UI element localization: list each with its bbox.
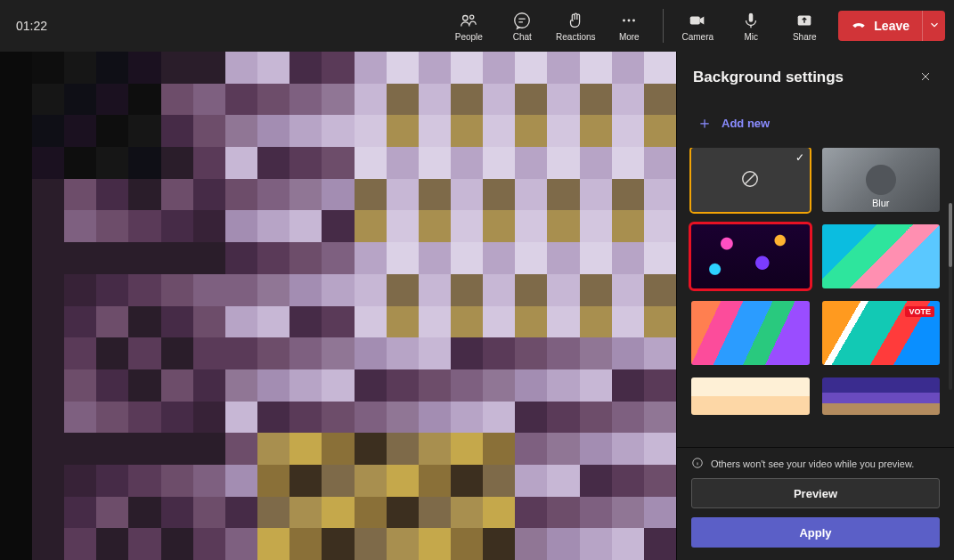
svg-rect-9 <box>749 12 754 21</box>
svg-rect-8 <box>690 16 700 24</box>
reactions-button[interactable]: Reactions <box>550 4 600 48</box>
add-new-button[interactable]: ＋ Add new <box>677 103 954 148</box>
share-button[interactable]: Share <box>779 4 829 48</box>
none-icon <box>740 169 760 191</box>
camera-button[interactable]: Camera <box>673 4 722 48</box>
bg-option-image-6[interactable] <box>822 377 941 415</box>
mic-button[interactable]: Mic <box>726 4 776 48</box>
svg-point-6 <box>628 19 631 21</box>
plus-icon: ＋ <box>697 112 713 134</box>
background-settings-panel: Background settings ＋ Add new <box>676 52 954 560</box>
close-icon <box>918 69 933 86</box>
bg-option-blur[interactable]: Blur <box>822 148 941 212</box>
toolbar-divider <box>663 9 664 43</box>
svg-point-5 <box>623 19 625 21</box>
mic-icon <box>741 11 761 30</box>
chat-icon <box>512 11 532 30</box>
svg-point-0 <box>463 15 469 20</box>
close-panel-button[interactable] <box>913 65 938 90</box>
bg-option-image-4[interactable]: VOTE <box>822 301 941 365</box>
hand-icon <box>566 11 585 30</box>
preview-button[interactable]: Preview <box>691 478 940 508</box>
svg-point-7 <box>632 19 635 21</box>
leave-button[interactable]: Leave <box>838 11 922 41</box>
check-icon: ✓ <box>795 151 804 164</box>
camera-icon <box>688 11 707 30</box>
more-button[interactable]: More <box>604 4 654 48</box>
chat-button[interactable]: Chat <box>497 4 547 48</box>
chevron-down-icon <box>928 19 941 34</box>
video-pixelated-mosaic <box>32 52 676 560</box>
info-icon <box>691 457 704 471</box>
bg-option-none[interactable]: ✓ <box>691 148 810 212</box>
svg-point-2 <box>515 12 530 28</box>
meeting-timer: 01:22 <box>9 19 54 33</box>
bg-option-image-1[interactable] <box>691 224 810 288</box>
svg-line-13 <box>746 174 755 183</box>
meeting-toolbar: 01:22 People Chat Reactions More <box>0 0 954 52</box>
people-icon <box>459 11 478 30</box>
ellipsis-icon <box>619 11 639 30</box>
svg-point-1 <box>470 15 474 19</box>
people-button[interactable]: People <box>444 4 493 48</box>
leave-menu-caret[interactable] <box>922 11 945 41</box>
share-icon <box>795 11 814 30</box>
panel-scrollbar-thumb[interactable] <box>949 203 952 267</box>
avatar-icon <box>866 165 896 195</box>
bg-option-image-3[interactable] <box>691 301 810 365</box>
bg-option-image-5[interactable] <box>691 377 810 415</box>
bg-option-image-2[interactable] <box>822 224 941 288</box>
panel-title: Background settings <box>693 69 844 86</box>
hangup-icon <box>851 17 867 36</box>
apply-button[interactable]: Apply <box>691 517 940 548</box>
preview-note: Others won't see your video while you pr… <box>677 447 954 478</box>
video-preview <box>0 52 676 560</box>
